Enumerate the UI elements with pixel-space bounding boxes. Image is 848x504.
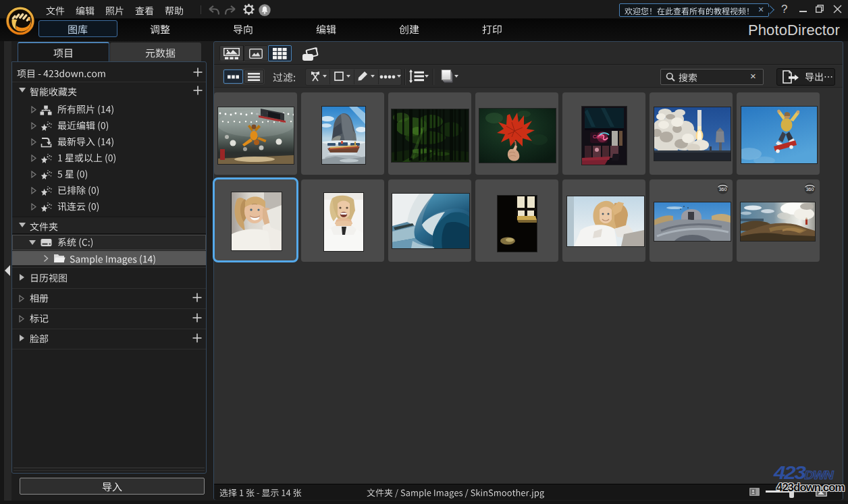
svg-text:360: 360: [806, 187, 814, 192]
svg-text:360: 360: [719, 187, 727, 192]
